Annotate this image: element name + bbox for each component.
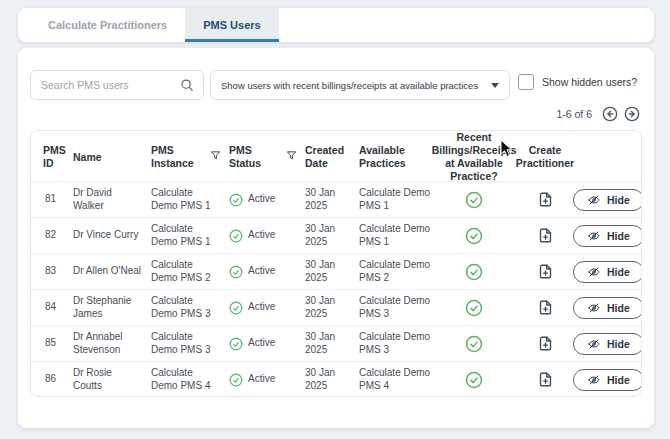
cell-available-practices: Calculate Demo PMS 3 (351, 331, 431, 356)
search-input[interactable] (31, 79, 180, 91)
pms-users-panel: Show users with recent billings/receipts… (18, 48, 654, 428)
cell-created-date: 30 Jan 2025 (297, 367, 351, 392)
status-check-icon (229, 301, 243, 315)
col-created-date: Created Date (297, 144, 351, 170)
cell-name: Dr David Walker (65, 187, 143, 212)
cell-pms-instance: Calculate Demo PMS 3 (143, 295, 221, 320)
cell-pms-id: 82 (31, 229, 65, 242)
hide-button-label: Hide (607, 374, 630, 386)
cell-created-date: 30 Jan 2025 (297, 259, 351, 284)
hide-button[interactable]: Hide (573, 333, 642, 355)
status-check-icon (229, 337, 243, 351)
recent-billings-check-icon (431, 227, 517, 245)
recent-billings-check-icon (431, 299, 517, 317)
cell-pms-status: Active (221, 265, 297, 279)
cell-name: Dr Allen O'Neal (65, 265, 143, 278)
cell-pms-instance: Calculate Demo PMS 1 (143, 187, 221, 212)
file-plus-icon (538, 335, 553, 352)
table-row: 83Dr Allen O'NealCalculate Demo PMS 2Act… (31, 253, 641, 289)
tab-bar: Calculate Practitioners PMS Users (18, 8, 654, 42)
tab-calculate-practitioners[interactable]: Calculate Practitioners (30, 8, 185, 42)
caret-down-icon (491, 83, 499, 88)
cell-name: Dr Vince Curry (65, 229, 143, 242)
create-practitioner-button[interactable] (538, 371, 553, 388)
filter-dropdown-value: Show users with recent billings/receipts… (221, 80, 485, 91)
table-row: 81Dr David WalkerCalculate Demo PMS 1Act… (31, 181, 641, 217)
cell-pms-status: Active (221, 337, 297, 351)
status-check-icon (229, 193, 243, 207)
eye-off-icon (587, 230, 601, 242)
cell-created-date: 30 Jan 2025 (297, 331, 351, 356)
show-hidden-users-control: Show hidden users? (518, 74, 637, 90)
cell-created-date: 30 Jan 2025 (297, 295, 351, 320)
pagination: 1-6 of 6 (556, 106, 640, 122)
cell-pms-instance: Calculate Demo PMS 3 (143, 331, 221, 356)
col-pms-id: PMS ID (31, 144, 65, 170)
search-icon (180, 78, 194, 92)
eye-off-icon (587, 266, 601, 278)
cell-pms-status: Active (221, 301, 297, 315)
cell-available-practices: Calculate Demo PMS 3 (351, 295, 431, 320)
pagination-next-button[interactable] (624, 106, 640, 122)
status-check-icon (229, 265, 243, 279)
file-plus-icon (538, 191, 553, 208)
status-check-icon (229, 373, 243, 387)
hide-button[interactable]: Hide (573, 225, 642, 247)
file-plus-icon (538, 263, 553, 280)
hide-button[interactable]: Hide (573, 189, 642, 211)
table-row: 86Dr Rosie CouttsCalculate Demo PMS 4Act… (31, 361, 641, 397)
cell-available-practices: Calculate Demo PMS 1 (351, 187, 431, 212)
eye-off-icon (587, 302, 601, 314)
table-row: 84Dr Stephanie JamesCalculate Demo PMS 3… (31, 289, 641, 325)
col-pms-status: PMS Status (221, 144, 297, 170)
table-header: PMS ID Name PMS Instance PMS Status Crea… (31, 131, 641, 181)
search-box (30, 70, 204, 100)
hide-button[interactable]: Hide (573, 261, 642, 283)
hide-button-label: Hide (607, 302, 630, 314)
create-practitioner-button[interactable] (538, 299, 553, 316)
col-pms-instance: PMS Instance (143, 144, 221, 170)
cell-pms-instance: Calculate Demo PMS 4 (143, 367, 221, 392)
cell-created-date: 30 Jan 2025 (297, 223, 351, 248)
cell-available-practices: Calculate Demo PMS 4 (351, 367, 431, 392)
cell-name: Dr Rosie Coutts (65, 367, 143, 392)
tab-pms-users[interactable]: PMS Users (185, 8, 278, 42)
recent-billings-check-icon (431, 335, 517, 353)
filter-funnel-icon[interactable] (210, 150, 221, 164)
table-body: 81Dr David WalkerCalculate Demo PMS 1Act… (31, 181, 641, 397)
cell-pms-id: 81 (31, 193, 65, 206)
cell-available-practices: Calculate Demo PMS 1 (351, 223, 431, 248)
hide-button[interactable]: Hide (573, 297, 642, 319)
hide-button-label: Hide (607, 266, 630, 278)
eye-off-icon (587, 194, 601, 206)
cell-pms-id: 86 (31, 373, 65, 386)
create-practitioner-button[interactable] (538, 227, 553, 244)
recent-billings-check-icon (431, 263, 517, 281)
create-practitioner-button[interactable] (538, 263, 553, 280)
create-practitioner-button[interactable] (538, 335, 553, 352)
hide-button-label: Hide (607, 338, 630, 350)
show-hidden-checkbox[interactable] (518, 74, 534, 90)
pms-users-table: PMS ID Name PMS Instance PMS Status Crea… (30, 130, 642, 397)
eye-off-icon (587, 338, 601, 350)
pagination-range: 1-6 of 6 (556, 108, 592, 120)
filter-dropdown[interactable]: Show users with recent billings/receipts… (210, 70, 510, 100)
hide-button-label: Hide (607, 230, 630, 242)
table-row: 82Dr Vince CurryCalculate Demo PMS 1Acti… (31, 217, 641, 253)
recent-billings-check-icon (431, 191, 517, 209)
pagination-prev-button[interactable] (602, 106, 618, 122)
cell-pms-instance: Calculate Demo PMS 1 (143, 223, 221, 248)
file-plus-icon (538, 371, 553, 388)
hide-button[interactable]: Hide (573, 369, 642, 391)
cell-pms-id: 85 (31, 337, 65, 350)
cell-pms-status: Active (221, 229, 297, 243)
create-practitioner-button[interactable] (538, 191, 553, 208)
cell-pms-instance: Calculate Demo PMS 2 (143, 259, 221, 284)
file-plus-icon (538, 227, 553, 244)
cell-created-date: 30 Jan 2025 (297, 187, 351, 212)
col-name: Name (65, 151, 143, 164)
cell-name: Dr Annabel Stevenson (65, 331, 143, 356)
filter-funnel-icon[interactable] (286, 150, 297, 164)
col-recent-billings: Recent Billings/Receipts at Available Pr… (431, 131, 517, 184)
show-hidden-label: Show hidden users? (542, 76, 637, 88)
